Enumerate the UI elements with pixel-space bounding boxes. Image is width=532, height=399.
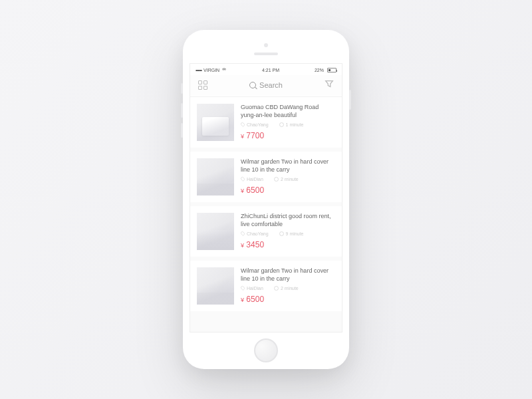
listing-thumbnail bbox=[197, 104, 234, 141]
wifi-icon bbox=[221, 68, 227, 72]
clock-icon bbox=[279, 122, 284, 127]
search-button[interactable]: Search bbox=[249, 81, 283, 89]
listing-location: HaiDian bbox=[247, 177, 263, 182]
clock: 4:21 PM bbox=[262, 68, 279, 72]
screen: ••••• VIRGIN 4:21 PM 22% Search bbox=[190, 63, 342, 332]
status-bar: ••••• VIRGIN 4:21 PM 22% bbox=[190, 64, 342, 75]
signal-dots-icon: ••••• bbox=[196, 67, 201, 73]
listing-title: Wilmar garden Two in hard cover line 10 … bbox=[241, 158, 335, 174]
clock-icon bbox=[279, 231, 284, 236]
listing-time: 2 minute bbox=[281, 177, 299, 182]
listing-thumbnail bbox=[197, 213, 234, 250]
location-icon bbox=[240, 231, 245, 236]
listing-thumbnail bbox=[197, 267, 234, 305]
clock-icon bbox=[274, 286, 279, 291]
volume-down bbox=[181, 123, 183, 138]
listing-card[interactable]: Guomao CBD DaWang Road yung-an-lee beaut… bbox=[190, 97, 342, 148]
battery-icon bbox=[327, 68, 336, 72]
volume-up bbox=[181, 103, 183, 118]
listing-time: 2 minute bbox=[281, 286, 299, 291]
listing-card[interactable]: Wilmar garden Two in hard cover line 10 … bbox=[190, 152, 342, 202]
phone-camera bbox=[264, 43, 268, 47]
phone-speaker bbox=[254, 53, 278, 55]
clock-icon bbox=[274, 177, 279, 182]
listing-price: ¥ 6500 bbox=[241, 295, 335, 304]
listing-location: ChaoYang bbox=[247, 122, 269, 127]
battery-percent: 22% bbox=[315, 68, 324, 72]
listing-title: Guomao CBD DaWang Road yung-an-lee beaut… bbox=[241, 104, 335, 119]
listing-thumbnail bbox=[197, 158, 234, 196]
grid-icon[interactable] bbox=[198, 80, 207, 90]
search-label: Search bbox=[259, 81, 283, 89]
carrier-label: VIRGIN bbox=[203, 68, 219, 72]
listing-price: ¥ 6500 bbox=[241, 186, 335, 195]
location-icon bbox=[240, 285, 245, 291]
listing-title: Wilmar garden Two in hard cover line 10 … bbox=[241, 267, 335, 283]
listing-list[interactable]: Guomao CBD DaWang Road yung-an-lee beaut… bbox=[190, 97, 342, 332]
listing-price: ¥ 3450 bbox=[241, 240, 335, 249]
listing-location: HaiDian bbox=[247, 286, 263, 291]
mute-switch bbox=[181, 83, 183, 94]
location-icon bbox=[240, 122, 245, 127]
listing-title: ZhiChunLi district good room rent, live … bbox=[241, 213, 335, 228]
listing-price: ¥ 7700 bbox=[241, 131, 335, 140]
home-button[interactable] bbox=[254, 338, 278, 362]
listing-location: ChaoYang bbox=[247, 231, 269, 236]
power-button bbox=[349, 90, 351, 110]
listing-time: 9 minute bbox=[286, 231, 304, 236]
filter-icon[interactable] bbox=[325, 79, 334, 91]
search-icon bbox=[249, 82, 256, 88]
nav-bar: Search bbox=[190, 75, 342, 97]
listing-time: 1 minute bbox=[286, 122, 304, 127]
phone-mockup: ••••• VIRGIN 4:21 PM 22% Search bbox=[183, 30, 349, 369]
location-icon bbox=[240, 176, 245, 182]
listing-card[interactable]: Wilmar garden Two in hard cover line 10 … bbox=[190, 261, 342, 311]
listing-card[interactable]: ZhiChunLi district good room rent, live … bbox=[190, 206, 342, 257]
